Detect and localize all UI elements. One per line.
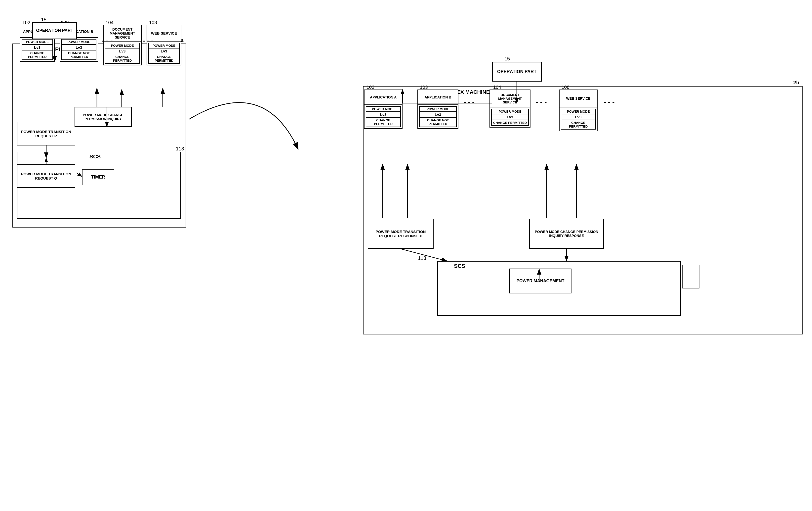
app-b-right-box: APPLICATION B POWER MODE Lv3 CHANGE NOT … xyxy=(417,89,458,129)
msg-transition-request-q-left: POWER MODE TRANSITION REQUEST Q xyxy=(17,164,75,188)
web-right-status: CHANGE PERMITTED xyxy=(561,120,595,129)
app-b-right-pm: POWER MODE xyxy=(420,107,456,112)
web-right-title: WEB SERVICE xyxy=(559,90,597,107)
doc-left-status: CHANGE PERMITTED xyxy=(105,54,139,63)
dashes-left-1: - - - xyxy=(102,37,113,45)
scs-small-box-right xyxy=(682,265,699,289)
doc-right-pm: POWER MODE xyxy=(492,109,528,114)
op-part-left-text: OPERATION PART xyxy=(36,28,73,33)
app-b-right-lv: Lv3 xyxy=(420,112,456,117)
right-diagram-number: 2b xyxy=(793,80,799,85)
web-right-number: 108 xyxy=(561,84,570,90)
app-a-right-number: 102 xyxy=(367,84,374,90)
op-part-right-text: OPERATION PART xyxy=(497,69,536,74)
scs-left-number: 113 xyxy=(176,146,184,152)
op-part-right-box: OPERATION PART xyxy=(492,62,542,82)
dashes-left-2: - - - xyxy=(143,37,153,45)
web-left-number: 108 xyxy=(149,20,157,25)
app-a-right-lv: Lv3 xyxy=(366,112,400,117)
dashes-right-3: - - - xyxy=(604,98,615,106)
web-right-lv: Lv3 xyxy=(561,114,595,120)
app-b-right-title: APPLICATION B xyxy=(418,90,458,105)
app-a-right-status: CHANGE PERMITTED xyxy=(366,117,400,127)
scs-left-label: SCS xyxy=(89,154,100,160)
power-mgmt-right-box: POWER MANAGEMENT xyxy=(510,269,572,293)
app-b-right-status: CHANGE NOT PERMITTED xyxy=(420,117,456,127)
doc-left-lv: Lv3 xyxy=(105,49,139,54)
doc-right-status: CHANGE PERMITTED xyxy=(492,120,528,125)
msg-permission-inquiry-left: POWER MODE CHANGE PERMISSION INQUIRY xyxy=(75,107,132,127)
app-a-right-pm: POWER MODE xyxy=(366,107,400,112)
doc-right-lv: Lv3 xyxy=(492,114,528,120)
diagram-container: 15 OPERATION PART COMPLEX MACHINE 2a 102… xyxy=(0,0,812,511)
app-b-left-status: CHANGE NOT PERMITTED xyxy=(62,51,96,59)
app-a-left-lv: Lv3 xyxy=(22,45,52,51)
scs-right-number: 113 xyxy=(418,255,426,261)
app-a-left-number: 102 xyxy=(22,20,30,25)
doc-right-box: DOCUMENT MANAGEMENT SERVICE POWER MODE L… xyxy=(490,89,530,128)
web-left-lv: Lv3 xyxy=(149,49,179,54)
op-part-right-number: 15 xyxy=(504,56,510,62)
doc-left-number: 104 xyxy=(106,20,114,25)
app-a-right-title: APPLICATION A xyxy=(365,90,402,105)
op-part-left-box: OPERATION PART xyxy=(32,22,77,39)
msg-transition-response-p-right: POWER MODE TRANSITION REQUEST RESPONSE P xyxy=(368,219,434,249)
app-b-left-pm: POWER MODE xyxy=(62,39,96,45)
doc-left-box: DOCUMENT MANAGEMENT SERVICE POWER MODE L… xyxy=(103,25,142,65)
dashes-right-2: - - - xyxy=(536,98,547,106)
app-a-left-status: CHANGE PERMITTED xyxy=(22,51,52,59)
web-left-box: WEB SERVICE POWER MODE Lv3 CHANGE PERMIT… xyxy=(147,25,181,65)
msg-permission-inquiry-response-right: POWER MODE CHANGE PERMISSION INQUIRY RES… xyxy=(529,219,604,249)
app-a-right-box: APPLICATION A POWER MODE Lv3 CHANGE PERM… xyxy=(364,89,403,129)
app-a-left-pm: POWER MODE xyxy=(22,39,52,45)
web-right-pm: POWER MODE xyxy=(561,109,595,114)
dashes-right-1: - - - xyxy=(464,98,474,106)
timer-left-box: TIMER xyxy=(82,169,114,185)
scs-right-label: SCS xyxy=(454,263,465,269)
doc-right-number: 104 xyxy=(493,84,501,90)
msg-transition-request-p-left: POWER MODE TRANSITION REQUEST P xyxy=(17,122,75,145)
app-b-left-lv: Lv3 xyxy=(62,45,96,51)
app-b-right-number: 103 xyxy=(420,84,428,90)
web-right-box: WEB SERVICE POWER MODE Lv3 CHANGE PERMIT… xyxy=(559,89,598,131)
doc-right-title: DOCUMENT MANAGEMENT SERVICE xyxy=(490,90,530,107)
web-left-status: CHANGE PERMITTED xyxy=(149,54,179,63)
